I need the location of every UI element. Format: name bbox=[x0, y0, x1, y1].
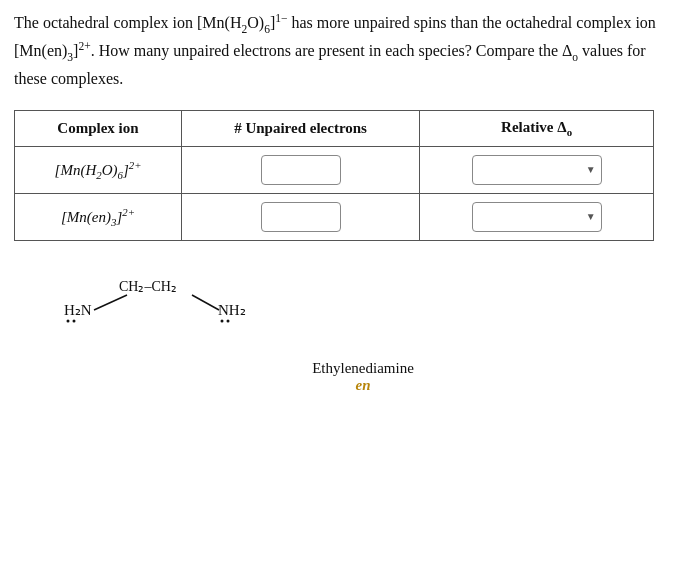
complex-ion-table: Complex ion # Unpaired electrons Relativ… bbox=[14, 110, 654, 241]
bond-right bbox=[192, 295, 219, 310]
lone-pair-dot-3 bbox=[221, 319, 224, 322]
lone-pair-dot-2 bbox=[73, 319, 76, 322]
complex-ion-1: [Mn(H2O)6]2+ bbox=[15, 146, 182, 193]
col-header-complex: Complex ion bbox=[15, 110, 182, 146]
col-header-relative: Relative Δo bbox=[420, 110, 654, 146]
unpaired-electrons-input-2[interactable] bbox=[182, 193, 420, 240]
col-header-unpaired: # Unpaired electrons bbox=[182, 110, 420, 146]
complex-ion-2: [Mn(en)3]2+ bbox=[15, 193, 182, 240]
relative-delta-select-2[interactable]: larger smaller equal bbox=[420, 193, 654, 240]
relative-delta-select-1[interactable]: larger smaller equal bbox=[420, 146, 654, 193]
ethylenediamine-label: Ethylenediamine en bbox=[44, 360, 682, 394]
ethylenediamine-diagram: H₂N CH₂–CH₂ NH₂ Ethylenediamine en bbox=[44, 263, 682, 394]
relative-delta-dropdown-1[interactable]: larger smaller equal bbox=[472, 155, 602, 185]
select-wrapper-2[interactable]: larger smaller equal bbox=[472, 202, 602, 232]
nh2-label: NH₂ bbox=[218, 302, 246, 318]
ch2-ch2-label: CH₂–CH₂ bbox=[119, 279, 177, 294]
unpaired-input-2[interactable] bbox=[261, 202, 341, 232]
intro-paragraph: The octahedral complex ion [Mn(H2O)6]1− … bbox=[14, 10, 682, 92]
table-row: [Mn(en)3]2+ larger smaller equal bbox=[15, 193, 654, 240]
ethylenediamine-structure: H₂N CH₂–CH₂ NH₂ bbox=[44, 263, 264, 358]
h2n-label: H₂N bbox=[64, 302, 92, 318]
lone-pair-dot-1 bbox=[67, 319, 70, 322]
table-row: [Mn(H2O)6]2+ larger smaller equal bbox=[15, 146, 654, 193]
select-wrapper-1[interactable]: larger smaller equal bbox=[472, 155, 602, 185]
bond-left bbox=[94, 295, 127, 310]
lone-pair-dot-4 bbox=[227, 319, 230, 322]
unpaired-input-1[interactable] bbox=[261, 155, 341, 185]
unpaired-electrons-input-1[interactable] bbox=[182, 146, 420, 193]
relative-delta-dropdown-2[interactable]: larger smaller equal bbox=[472, 202, 602, 232]
